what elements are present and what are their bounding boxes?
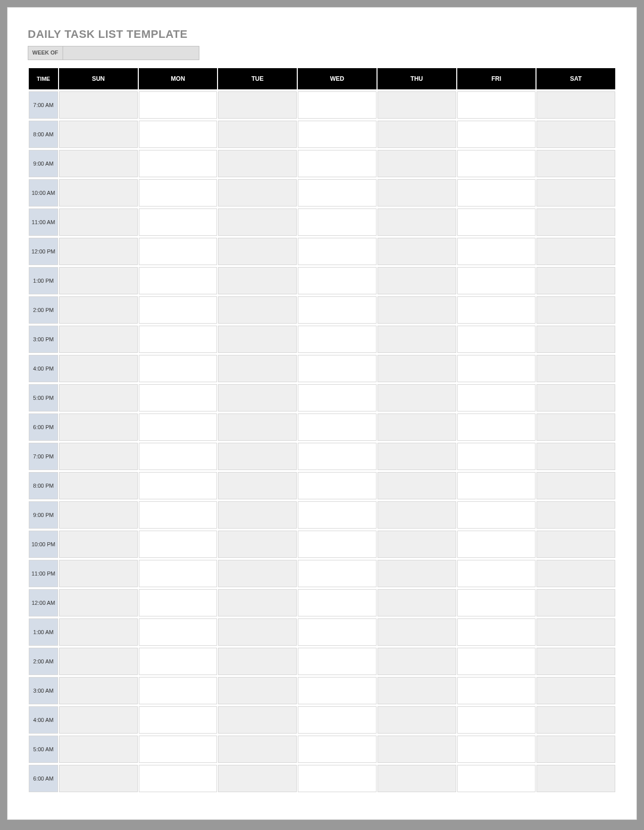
task-cell[interactable] — [378, 589, 456, 616]
task-cell[interactable] — [139, 296, 218, 324]
task-cell[interactable] — [139, 443, 218, 470]
task-cell[interactable] — [457, 765, 536, 792]
task-cell[interactable] — [378, 209, 456, 236]
task-cell[interactable] — [59, 296, 138, 324]
task-cell[interactable] — [457, 150, 536, 177]
task-cell[interactable] — [218, 355, 297, 382]
task-cell[interactable] — [457, 501, 536, 529]
task-cell[interactable] — [59, 648, 138, 675]
task-cell[interactable] — [139, 384, 218, 411]
task-cell[interactable] — [139, 648, 218, 675]
task-cell[interactable] — [139, 706, 218, 734]
task-cell[interactable] — [536, 648, 615, 675]
task-cell[interactable] — [218, 179, 297, 206]
task-cell[interactable] — [298, 121, 377, 148]
task-cell[interactable] — [378, 355, 456, 382]
task-cell[interactable] — [139, 91, 218, 119]
task-cell[interactable] — [298, 443, 377, 470]
task-cell[interactable] — [298, 531, 377, 558]
task-cell[interactable] — [298, 296, 377, 324]
task-cell[interactable] — [378, 150, 456, 177]
task-cell[interactable] — [139, 618, 218, 646]
task-cell[interactable] — [59, 472, 138, 499]
task-cell[interactable] — [298, 560, 377, 587]
task-cell[interactable] — [536, 355, 615, 382]
task-cell[interactable] — [298, 706, 377, 734]
task-cell[interactable] — [457, 326, 536, 353]
task-cell[interactable] — [218, 589, 297, 616]
task-cell[interactable] — [457, 296, 536, 324]
task-cell[interactable] — [457, 238, 536, 265]
task-cell[interactable] — [536, 677, 615, 704]
task-cell[interactable] — [298, 648, 377, 675]
task-cell[interactable] — [457, 384, 536, 411]
task-cell[interactable] — [59, 736, 138, 763]
task-cell[interactable] — [298, 209, 377, 236]
task-cell[interactable] — [536, 501, 615, 529]
task-cell[interactable] — [218, 501, 297, 529]
task-cell[interactable] — [218, 121, 297, 148]
task-cell[interactable] — [218, 560, 297, 587]
task-cell[interactable] — [536, 618, 615, 646]
task-cell[interactable] — [298, 91, 377, 119]
task-cell[interactable] — [298, 472, 377, 499]
task-cell[interactable] — [59, 501, 138, 529]
task-cell[interactable] — [59, 179, 138, 206]
task-cell[interactable] — [139, 267, 218, 294]
task-cell[interactable] — [378, 706, 456, 734]
task-cell[interactable] — [536, 560, 615, 587]
task-cell[interactable] — [536, 296, 615, 324]
task-cell[interactable] — [218, 618, 297, 646]
task-cell[interactable] — [218, 209, 297, 236]
task-cell[interactable] — [218, 677, 297, 704]
task-cell[interactable] — [457, 677, 536, 704]
task-cell[interactable] — [218, 296, 297, 324]
task-cell[interactable] — [139, 179, 218, 206]
task-cell[interactable] — [378, 501, 456, 529]
task-cell[interactable] — [59, 267, 138, 294]
task-cell[interactable] — [536, 765, 615, 792]
task-cell[interactable] — [298, 326, 377, 353]
task-cell[interactable] — [536, 209, 615, 236]
task-cell[interactable] — [378, 472, 456, 499]
task-cell[interactable] — [59, 326, 138, 353]
task-cell[interactable] — [59, 355, 138, 382]
task-cell[interactable] — [218, 472, 297, 499]
task-cell[interactable] — [218, 384, 297, 411]
task-cell[interactable] — [378, 384, 456, 411]
task-cell[interactable] — [139, 209, 218, 236]
task-cell[interactable] — [536, 706, 615, 734]
week-of-input[interactable] — [63, 46, 199, 60]
task-cell[interactable] — [59, 706, 138, 734]
task-cell[interactable] — [378, 267, 456, 294]
task-cell[interactable] — [218, 267, 297, 294]
task-cell[interactable] — [457, 531, 536, 558]
task-cell[interactable] — [457, 267, 536, 294]
task-cell[interactable] — [536, 413, 615, 441]
task-cell[interactable] — [457, 706, 536, 734]
task-cell[interactable] — [298, 589, 377, 616]
task-cell[interactable] — [457, 121, 536, 148]
task-cell[interactable] — [536, 472, 615, 499]
task-cell[interactable] — [139, 531, 218, 558]
task-cell[interactable] — [298, 150, 377, 177]
task-cell[interactable] — [139, 238, 218, 265]
task-cell[interactable] — [378, 648, 456, 675]
task-cell[interactable] — [457, 618, 536, 646]
task-cell[interactable] — [139, 413, 218, 441]
task-cell[interactable] — [59, 209, 138, 236]
task-cell[interactable] — [298, 736, 377, 763]
task-cell[interactable] — [536, 326, 615, 353]
task-cell[interactable] — [378, 238, 456, 265]
task-cell[interactable] — [457, 91, 536, 119]
task-cell[interactable] — [139, 326, 218, 353]
task-cell[interactable] — [378, 560, 456, 587]
task-cell[interactable] — [59, 589, 138, 616]
task-cell[interactable] — [59, 91, 138, 119]
task-cell[interactable] — [536, 736, 615, 763]
task-cell[interactable] — [59, 560, 138, 587]
task-cell[interactable] — [536, 91, 615, 119]
task-cell[interactable] — [378, 531, 456, 558]
task-cell[interactable] — [139, 150, 218, 177]
task-cell[interactable] — [139, 560, 218, 587]
